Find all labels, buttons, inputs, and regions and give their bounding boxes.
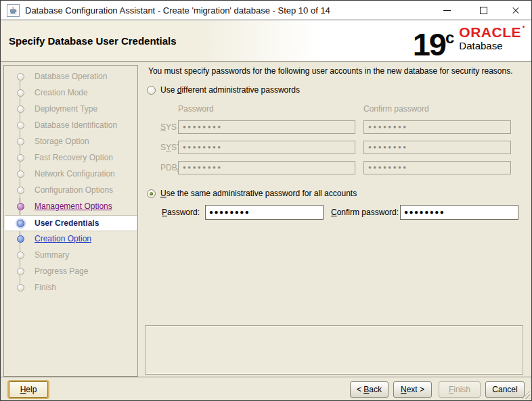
- system-password-input: ●●●●●●●●: [178, 141, 355, 154]
- step-circle-icon: [17, 203, 24, 210]
- step-circle-icon: [17, 154, 24, 162]
- sidebar-step-finish: Finish: [5, 279, 137, 296]
- registered-mark-icon: [523, 26, 525, 28]
- step-circle-icon: [17, 187, 24, 194]
- help-button[interactable]: Help: [9, 381, 48, 398]
- step-circle-icon: [17, 268, 24, 275]
- radio-same-label: Use the same administrative password for…: [160, 189, 357, 198]
- wizard-body: Database Operation Creation Mode Deploym…: [1, 62, 531, 378]
- step-circle-icon: [17, 235, 24, 243]
- sidebar-step-configuration-options: Configuration Options: [5, 182, 137, 198]
- confirm-password-label: Confirm password:: [331, 205, 399, 220]
- oracle-product-label: Database: [459, 40, 525, 51]
- password-input[interactable]: ●●●●●●●●: [205, 205, 324, 220]
- window-title: Database Configuration Assistant - Creat…: [25, 5, 330, 16]
- finish-button: Finish: [439, 381, 481, 398]
- dbca-window: Database Configuration Assistant - Creat…: [0, 0, 532, 401]
- sidebar-step-creation-option[interactable]: Creation Option: [5, 231, 137, 247]
- sidebar-step-database-identification: Database Identification: [5, 117, 137, 133]
- confirm-password-input[interactable]: ●●●●●●●●: [400, 205, 518, 220]
- sidebar-step-progress-page: Progress Page: [5, 263, 137, 279]
- oracle-19c-logo: 19c ORACLE Database: [413, 20, 525, 61]
- sidebar-step-management-options[interactable]: Management Options: [5, 198, 137, 214]
- step-circle-icon: [17, 284, 24, 291]
- sys-password-input: ●●●●●●●●: [178, 120, 355, 134]
- close-button[interactable]: [504, 1, 527, 20]
- radio-same-password[interactable]: Use the same administrative password for…: [147, 187, 357, 199]
- sys-confirm-password-input: ●●●●●●●●: [363, 120, 511, 134]
- radio-different-label: Use different administrative passwords: [160, 85, 300, 95]
- system-confirm-password-input: ●●●●●●●●: [363, 141, 511, 154]
- cancel-button[interactable]: Cancel: [485, 381, 525, 398]
- step-circle-icon: [17, 138, 24, 145]
- sidebar-step-creation-mode: Creation Mode: [5, 85, 137, 101]
- page-header: Specify Database User Credentials 19c OR…: [1, 20, 531, 62]
- password-column-header: Password: [178, 104, 214, 114]
- minimize-icon: [443, 10, 451, 11]
- sidebar-step-fast-recovery-option: Fast Recovery Option: [5, 149, 137, 166]
- next-button[interactable]: Next >: [393, 381, 432, 398]
- step-circle-icon: [17, 122, 24, 129]
- sidebar-step-summary: Summary: [5, 247, 137, 263]
- sidebar-step-database-operation: Database Operation: [5, 68, 137, 85]
- maximize-button[interactable]: [472, 1, 495, 20]
- maximize-icon: [480, 7, 487, 14]
- step-circle-icon: [17, 105, 24, 113]
- pdbadmin-confirm-password-input: ●●●●●●●●: [363, 161, 511, 174]
- credentials-panel: You must specify passwords for the follo…: [140, 62, 531, 378]
- page-title: Specify Database User Credentials: [9, 35, 177, 47]
- logo-version: 19c: [413, 22, 455, 61]
- pdbadmin-password-input: ●●●●●●●●: [178, 161, 355, 174]
- step-circle-icon: [17, 252, 24, 259]
- sidebar-step-storage-option: Storage Option: [5, 133, 137, 149]
- password-label: Password:: [162, 205, 200, 220]
- sidebar-step-deployment-type: Deployment Type: [5, 101, 137, 117]
- step-circle-icon: [17, 170, 24, 178]
- step-circle-icon: [17, 220, 24, 227]
- sys-user-label: SYS: [160, 120, 177, 134]
- step-circle-icon: [17, 73, 24, 80]
- radio-different-passwords[interactable]: Use different administrative passwords: [147, 84, 300, 96]
- radio-unselected-icon: [147, 86, 156, 95]
- footer-bar: Help < Back Next > Finish Cancel: [1, 377, 531, 400]
- steps-sidebar: Database Operation Creation Mode Deploym…: [3, 65, 138, 377]
- java-app-icon: [7, 4, 20, 17]
- instruction-text: You must specify passwords for the follo…: [148, 66, 513, 76]
- sidebar-step-network-configuration: Network Configuration: [5, 166, 137, 182]
- oracle-wordmark: ORACLE: [459, 25, 525, 40]
- sidebar-step-user-credentials[interactable]: User Credentials: [5, 215, 137, 231]
- message-box: [145, 325, 523, 375]
- back-button[interactable]: < Back: [350, 381, 389, 398]
- title-bar: Database Configuration Assistant - Creat…: [1, 1, 531, 20]
- close-icon: [512, 7, 520, 15]
- radio-selected-icon: [147, 189, 156, 198]
- step-circle-icon: [17, 89, 24, 97]
- minimize-button[interactable]: [435, 1, 458, 20]
- confirm-password-column-header: Confirm password: [363, 104, 429, 114]
